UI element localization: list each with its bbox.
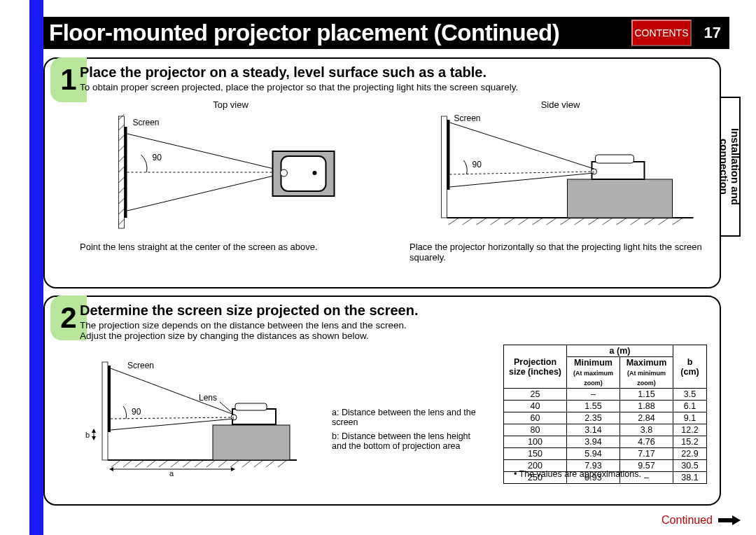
svg-line-61: [206, 460, 216, 467]
svg-rect-68: [108, 366, 111, 432]
svg-rect-70: [232, 409, 276, 424]
step-card-2: 2 Determine the screen size projected on…: [43, 296, 721, 506]
svg-line-37: [631, 218, 641, 225]
svg-point-18: [281, 169, 288, 176]
contents-label: CONTENTS: [635, 27, 689, 39]
svg-marker-78: [92, 436, 96, 440]
svg-rect-69: [213, 425, 290, 460]
svg-rect-42: [568, 179, 673, 218]
step1-heading: Place the projector on a steady, level s…: [80, 64, 711, 81]
projection-table: Projection size (inches) a (m) b (cm) Mi…: [503, 345, 707, 484]
side-view-diagram: Screen 90: [410, 113, 711, 237]
page-header: Floor-mounted projector placement (Conti…: [43, 17, 729, 49]
svg-text:b: b: [85, 431, 90, 439]
svg-rect-41: [447, 120, 450, 190]
th-min: Minimum(At maximum zoom): [567, 357, 620, 389]
section-tab-label: Installation and connection: [718, 128, 741, 205]
svg-text:Screen: Screen: [454, 113, 481, 123]
th-am: a (m): [567, 345, 673, 357]
page-number: 17: [704, 24, 721, 42]
table-row: 401.551.886.1: [504, 401, 707, 412]
step2-diagram: Screen Lens 90 b a: [80, 359, 304, 478]
table-row: 1505.947.1722.9: [504, 448, 707, 460]
step1-sub: To obtain proper screen projected, place…: [80, 82, 711, 92]
legend-block: a: Distance between the lens and the scr…: [332, 408, 479, 451]
svg-rect-51: [102, 362, 108, 460]
svg-rect-17: [281, 156, 326, 191]
top-view-diagram: Screen 90: [80, 113, 382, 237]
table-row: 25–1.153.5: [504, 389, 707, 401]
svg-rect-71: [235, 403, 267, 410]
svg-line-33: [575, 218, 585, 225]
svg-point-19: [313, 171, 317, 175]
table-row: 803.143.812.2: [504, 424, 707, 436]
svg-line-46: [450, 123, 594, 169]
step2-sub2: Adjust the projection size by changing t…: [80, 331, 711, 341]
legend-a: a: Distance between the lens and the scr…: [332, 408, 479, 427]
side-view-column: Side view: [410, 99, 711, 263]
svg-text:90: 90: [153, 153, 162, 162]
svg-text:90: 90: [472, 160, 482, 169]
lens-label: Lens: [199, 393, 217, 403]
svg-line-36: [617, 218, 627, 225]
step-card-1: 1 Place the projector on a steady, level…: [43, 57, 721, 289]
section-tab[interactable]: Installation and connection: [720, 97, 741, 237]
svg-marker-81: [231, 467, 235, 471]
svg-rect-44: [596, 155, 634, 163]
svg-text:a: a: [169, 469, 174, 478]
svg-line-31: [547, 218, 557, 225]
svg-line-34: [589, 218, 599, 225]
continued-arrow-icon: [718, 515, 741, 525]
top-view-column: Top view: [80, 99, 382, 263]
svg-text:Screen: Screen: [133, 118, 160, 127]
svg-line-35: [603, 218, 613, 225]
svg-line-13: [127, 134, 280, 170]
svg-line-66: [266, 460, 275, 467]
svg-marker-77: [92, 429, 96, 433]
svg-line-55: [135, 460, 144, 467]
svg-line-53: [111, 460, 120, 467]
contents-button[interactable]: CONTENTS: [631, 20, 692, 46]
svg-line-56: [147, 460, 156, 467]
svg-line-62: [218, 460, 227, 467]
th-bcm: b (cm): [673, 345, 707, 389]
svg-line-60: [195, 460, 204, 467]
svg-line-30: [533, 218, 543, 225]
svg-line-14: [127, 174, 280, 211]
th-projsize: Projection size (inches): [504, 345, 567, 389]
side-blue-bar: [29, 0, 43, 535]
svg-rect-43: [592, 162, 645, 179]
svg-line-26: [477, 218, 487, 225]
svg-line-67: [278, 460, 287, 467]
step2-sub1: The projection size depends on the dista…: [80, 320, 711, 331]
svg-line-75: [111, 417, 234, 419]
svg-line-57: [159, 460, 168, 467]
svg-line-59: [183, 460, 192, 467]
svg-line-24: [449, 218, 459, 225]
svg-line-40: [673, 218, 683, 225]
svg-marker-86: [718, 515, 741, 525]
page-title: Floor-mounted projector placement (Conti…: [43, 20, 559, 46]
top-view-title: Top view: [80, 99, 382, 110]
table-note: • The values are approximations.: [514, 469, 641, 479]
svg-line-48: [450, 172, 594, 174]
svg-line-27: [491, 218, 501, 225]
top-view-caption: Point the lens straight at the center of…: [80, 242, 382, 252]
side-view-caption: Place the projector horizontally so that…: [410, 242, 711, 263]
continued-label: Continued: [662, 514, 713, 527]
svg-line-29: [519, 218, 529, 225]
svg-line-38: [645, 218, 655, 225]
screen-label: Screen: [127, 361, 154, 370]
svg-text:90: 90: [132, 407, 141, 417]
svg-line-25: [463, 218, 473, 225]
svg-rect-22: [442, 116, 447, 218]
legend-b: b: Distance between the lens height and …: [332, 431, 479, 451]
svg-line-39: [659, 218, 669, 225]
table-row: 602.352.849.1: [504, 412, 707, 424]
svg-line-54: [123, 460, 132, 467]
svg-line-73: [111, 368, 234, 415]
side-view-title: Side view: [410, 99, 711, 110]
table-row: 1003.944.7615.2: [504, 436, 707, 448]
th-max: Maximum(At minimum zoom): [620, 357, 673, 389]
svg-line-65: [254, 460, 263, 467]
